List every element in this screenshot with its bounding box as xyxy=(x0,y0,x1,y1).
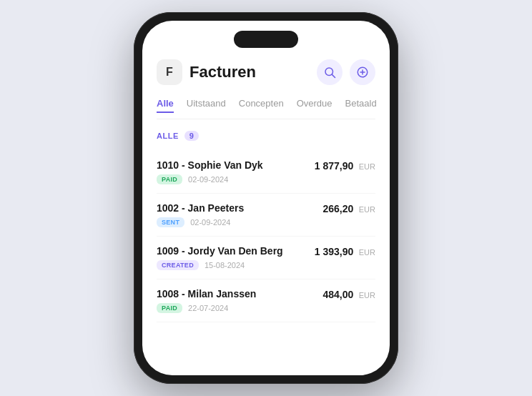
status-badge: PAID xyxy=(157,174,182,184)
svg-line-1 xyxy=(332,74,335,77)
invoice-right: 1 393,90 EUR xyxy=(315,245,375,258)
header-actions xyxy=(317,59,375,85)
invoice-left: 1002 - Jan Peeters SENT 02-09-2024 xyxy=(157,202,322,227)
invoice-currency: EUR xyxy=(359,291,375,300)
count-badge: 9 xyxy=(184,131,199,141)
tab-concepten[interactable]: Concepten xyxy=(239,98,284,113)
invoice-right: 484,00 EUR xyxy=(322,288,375,301)
page-title: Facturen xyxy=(189,63,317,81)
invoice-name: 1008 - Milan Janssen xyxy=(157,288,322,300)
notch xyxy=(234,31,298,48)
invoice-meta: SENT 02-09-2024 xyxy=(157,217,322,227)
invoice-item[interactable]: 1009 - Jordy Van Den Berg CREATED 15-08-… xyxy=(157,237,375,279)
invoice-date: 15-08-2024 xyxy=(205,261,245,269)
status-badge: SENT xyxy=(157,217,184,227)
section-label: ALLE xyxy=(157,132,179,140)
tab-overdue[interactable]: Overdue xyxy=(297,98,332,113)
invoice-left: 1010 - Sophie Van Dyk PAID 02-09-2024 xyxy=(157,159,315,184)
invoice-meta: PAID 02-09-2024 xyxy=(157,174,315,184)
invoice-amount: 1 393,90 xyxy=(315,246,354,257)
phone-screen: F Facturen xyxy=(142,21,390,375)
invoice-date: 02-09-2024 xyxy=(190,218,230,227)
invoice-date: 02-09-2024 xyxy=(188,175,228,184)
invoice-currency: EUR xyxy=(359,248,375,257)
invoice-left: 1008 - Milan Janssen PAID 22-07-2024 xyxy=(157,288,322,313)
invoice-meta: CREATED 15-08-2024 xyxy=(157,260,315,270)
invoice-amount: 1 877,90 xyxy=(315,160,354,172)
invoice-meta: PAID 22-07-2024 xyxy=(157,303,322,313)
search-icon xyxy=(323,66,336,79)
invoice-date: 22-07-2024 xyxy=(188,304,228,312)
status-badge: PAID xyxy=(157,303,182,313)
invoice-amount: 266,20 xyxy=(322,203,353,214)
invoice-list: 1010 - Sophie Van Dyk PAID 02-09-2024 1 … xyxy=(157,151,375,322)
invoice-name: 1002 - Jan Peeters xyxy=(157,202,322,214)
tabs: Alle Uitstaand Concepten Overdue Betaald xyxy=(157,98,375,119)
invoice-item[interactable]: 1008 - Milan Janssen PAID 22-07-2024 484… xyxy=(157,279,375,322)
tab-alle[interactable]: Alle xyxy=(157,98,174,113)
tab-betaald[interactable]: Betaald xyxy=(345,98,377,113)
tab-uitstaand[interactable]: Uitstaand xyxy=(187,98,226,113)
section-header: ALLE 9 xyxy=(157,131,375,141)
add-button[interactable] xyxy=(350,59,375,85)
invoice-left: 1009 - Jordy Van Den Berg CREATED 15-08-… xyxy=(157,245,315,270)
search-button[interactable] xyxy=(317,59,343,85)
header: F Facturen xyxy=(157,59,375,85)
invoice-right: 266,20 EUR xyxy=(322,202,375,215)
invoice-name: 1010 - Sophie Van Dyk xyxy=(157,159,315,171)
add-icon xyxy=(356,66,369,79)
invoice-currency: EUR xyxy=(359,162,375,171)
phone-frame: F Facturen xyxy=(134,12,398,384)
invoice-item[interactable]: 1002 - Jan Peeters SENT 02-09-2024 266,2… xyxy=(157,194,375,237)
invoice-item[interactable]: 1010 - Sophie Van Dyk PAID 02-09-2024 1 … xyxy=(157,151,375,194)
status-badge: CREATED xyxy=(157,260,199,270)
invoice-name: 1009 - Jordy Van Den Berg xyxy=(157,245,315,257)
invoice-amount: 484,00 xyxy=(322,289,353,300)
invoice-right: 1 877,90 EUR xyxy=(315,159,375,172)
invoice-currency: EUR xyxy=(359,205,375,214)
screen-content: F Facturen xyxy=(142,21,390,375)
app-logo: F xyxy=(157,59,182,85)
